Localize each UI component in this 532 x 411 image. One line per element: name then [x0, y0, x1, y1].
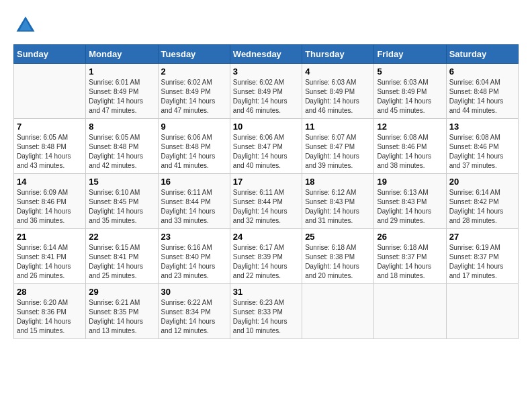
- day-number: 20: [449, 177, 515, 187]
- calendar-cell: 31Sunrise: 6:23 AMSunset: 8:33 PMDayligh…: [230, 284, 302, 339]
- day-number: 10: [233, 122, 299, 132]
- sunset-text: Sunset: 8:46 PM: [377, 143, 427, 150]
- day-number: 25: [305, 232, 371, 242]
- day-info: Sunrise: 6:22 AMSunset: 8:34 PMDaylight:…: [161, 298, 227, 336]
- sunset-text: Sunset: 8:44 PM: [161, 198, 211, 205]
- sunrise-text: Sunrise: 6:06 AM: [161, 134, 212, 141]
- sunset-text: Sunset: 8:41 PM: [17, 253, 66, 261]
- sunrise-text: Sunrise: 6:05 AM: [17, 134, 68, 141]
- daylight-text: Daylight: 14 hours and 33 minutes.: [161, 208, 216, 224]
- header-day: Monday: [86, 45, 158, 64]
- day-number: 12: [377, 122, 443, 132]
- sunset-text: Sunset: 8:49 PM: [161, 88, 211, 95]
- day-number: 16: [161, 177, 227, 187]
- day-number: 15: [89, 177, 154, 187]
- daylight-text: Daylight: 14 hours and 37 minutes.: [449, 152, 504, 169]
- sunrise-text: Sunrise: 6:11 AM: [233, 189, 284, 196]
- calendar-cell: 5Sunrise: 6:03 AMSunset: 8:49 PMDaylight…: [374, 64, 446, 119]
- calendar-cell: 7Sunrise: 6:05 AMSunset: 8:48 PMDaylight…: [14, 119, 86, 174]
- day-number: 22: [89, 232, 154, 242]
- daylight-text: Daylight: 14 hours and 39 minutes.: [305, 152, 359, 169]
- calendar-cell: 26Sunrise: 6:18 AMSunset: 8:37 PMDayligh…: [374, 229, 446, 284]
- sunrise-text: Sunrise: 6:14 AM: [17, 244, 68, 251]
- day-info: Sunrise: 6:23 AMSunset: 8:33 PMDaylight:…: [233, 298, 299, 336]
- day-number: 23: [161, 232, 227, 242]
- day-info: Sunrise: 6:10 AMSunset: 8:45 PMDaylight:…: [89, 188, 154, 226]
- daylight-text: Daylight: 14 hours and 45 minutes.: [377, 97, 431, 114]
- calendar-cell: 6Sunrise: 6:04 AMSunset: 8:48 PMDaylight…: [446, 64, 518, 119]
- day-number: 31: [233, 287, 299, 297]
- calendar-cell: 13Sunrise: 6:08 AMSunset: 8:46 PMDayligh…: [446, 119, 518, 174]
- header-day: Tuesday: [158, 45, 230, 64]
- day-number: 30: [161, 287, 227, 297]
- header-row: SundayMondayTuesdayWednesdayThursdayFrid…: [14, 45, 519, 64]
- day-number: 26: [377, 232, 443, 242]
- calendar-cell: [302, 284, 374, 339]
- calendar-week-row: 28Sunrise: 6:20 AMSunset: 8:36 PMDayligh…: [14, 284, 519, 339]
- sunrise-text: Sunrise: 6:20 AM: [17, 299, 68, 306]
- daylight-text: Daylight: 14 hours and 47 minutes.: [161, 97, 216, 114]
- day-info: Sunrise: 6:08 AMSunset: 8:46 PMDaylight:…: [377, 133, 443, 171]
- sunset-text: Sunset: 8:37 PM: [377, 253, 427, 261]
- sunset-text: Sunset: 8:34 PM: [161, 308, 211, 316]
- sunset-text: Sunset: 8:40 PM: [161, 253, 211, 261]
- day-number: 2: [161, 66, 227, 77]
- calendar-cell: 16Sunrise: 6:11 AMSunset: 8:44 PMDayligh…: [158, 174, 230, 229]
- day-number: 29: [89, 287, 154, 297]
- day-info: Sunrise: 6:19 AMSunset: 8:37 PMDaylight:…: [449, 243, 515, 281]
- sunset-text: Sunset: 8:43 PM: [377, 198, 427, 205]
- daylight-text: Daylight: 14 hours and 20 minutes.: [305, 263, 359, 279]
- sunrise-text: Sunrise: 6:21 AM: [89, 299, 140, 306]
- daylight-text: Daylight: 14 hours and 40 minutes.: [233, 152, 287, 169]
- sunrise-text: Sunrise: 6:03 AM: [377, 79, 428, 86]
- calendar-cell: 15Sunrise: 6:10 AMSunset: 8:45 PMDayligh…: [86, 174, 158, 229]
- day-number: 13: [449, 122, 515, 132]
- day-info: Sunrise: 6:06 AMSunset: 8:47 PMDaylight:…: [233, 133, 299, 171]
- daylight-text: Daylight: 14 hours and 44 minutes.: [449, 97, 504, 114]
- sunset-text: Sunset: 8:47 PM: [233, 143, 283, 150]
- sunrise-text: Sunrise: 6:04 AM: [449, 79, 500, 86]
- day-info: Sunrise: 6:11 AMSunset: 8:44 PMDaylight:…: [161, 188, 227, 226]
- sunrise-text: Sunrise: 6:08 AM: [449, 134, 500, 141]
- daylight-text: Daylight: 14 hours and 42 minutes.: [89, 152, 143, 169]
- calendar-cell: 19Sunrise: 6:13 AMSunset: 8:43 PMDayligh…: [374, 174, 446, 229]
- day-number: 24: [233, 232, 299, 242]
- calendar-week-row: 7Sunrise: 6:05 AMSunset: 8:48 PMDaylight…: [14, 119, 519, 174]
- day-number: 3: [233, 66, 299, 77]
- daylight-text: Daylight: 14 hours and 18 minutes.: [377, 263, 431, 279]
- daylight-text: Daylight: 14 hours and 32 minutes.: [233, 208, 287, 224]
- day-info: Sunrise: 6:03 AMSunset: 8:49 PMDaylight:…: [305, 78, 371, 116]
- calendar-cell: 3Sunrise: 6:02 AMSunset: 8:49 PMDaylight…: [230, 64, 302, 119]
- calendar-cell: 28Sunrise: 6:20 AMSunset: 8:36 PMDayligh…: [14, 284, 86, 339]
- day-number: 1: [89, 66, 154, 77]
- daylight-text: Daylight: 14 hours and 43 minutes.: [17, 152, 71, 169]
- day-info: Sunrise: 6:05 AMSunset: 8:48 PMDaylight:…: [17, 133, 83, 171]
- sunset-text: Sunset: 8:48 PM: [17, 143, 66, 150]
- day-number: 19: [377, 177, 443, 187]
- daylight-text: Daylight: 14 hours and 25 minutes.: [89, 263, 143, 279]
- daylight-text: Daylight: 14 hours and 12 minutes.: [161, 318, 216, 334]
- daylight-text: Daylight: 14 hours and 38 minutes.: [377, 152, 431, 169]
- day-info: Sunrise: 6:12 AMSunset: 8:43 PMDaylight:…: [305, 188, 371, 226]
- day-info: Sunrise: 6:03 AMSunset: 8:49 PMDaylight:…: [377, 78, 443, 116]
- sunset-text: Sunset: 8:48 PM: [161, 143, 211, 150]
- calendar-week-row: 1Sunrise: 6:01 AMSunset: 8:49 PMDaylight…: [14, 64, 519, 119]
- day-info: Sunrise: 6:13 AMSunset: 8:43 PMDaylight:…: [377, 188, 443, 226]
- calendar-cell: [374, 284, 446, 339]
- daylight-text: Daylight: 14 hours and 46 minutes.: [233, 97, 287, 114]
- day-info: Sunrise: 6:18 AMSunset: 8:38 PMDaylight:…: [305, 243, 371, 281]
- calendar-cell: 23Sunrise: 6:16 AMSunset: 8:40 PMDayligh…: [158, 229, 230, 284]
- day-info: Sunrise: 6:04 AMSunset: 8:48 PMDaylight:…: [449, 78, 515, 116]
- header-day: Saturday: [446, 45, 518, 64]
- sunset-text: Sunset: 8:46 PM: [449, 143, 499, 150]
- calendar-header: SundayMondayTuesdayWednesdayThursdayFrid…: [14, 45, 519, 64]
- logo: [13, 13, 40, 38]
- day-number: 7: [17, 122, 83, 132]
- day-info: Sunrise: 6:02 AMSunset: 8:49 PMDaylight:…: [233, 78, 299, 116]
- sunset-text: Sunset: 8:41 PM: [89, 253, 138, 261]
- day-info: Sunrise: 6:14 AMSunset: 8:41 PMDaylight:…: [17, 243, 83, 281]
- daylight-text: Daylight: 14 hours and 15 minutes.: [17, 318, 71, 334]
- calendar-cell: 8Sunrise: 6:05 AMSunset: 8:48 PMDaylight…: [86, 119, 158, 174]
- calendar-cell: 17Sunrise: 6:11 AMSunset: 8:44 PMDayligh…: [230, 174, 302, 229]
- calendar-cell: 22Sunrise: 6:15 AMSunset: 8:41 PMDayligh…: [86, 229, 158, 284]
